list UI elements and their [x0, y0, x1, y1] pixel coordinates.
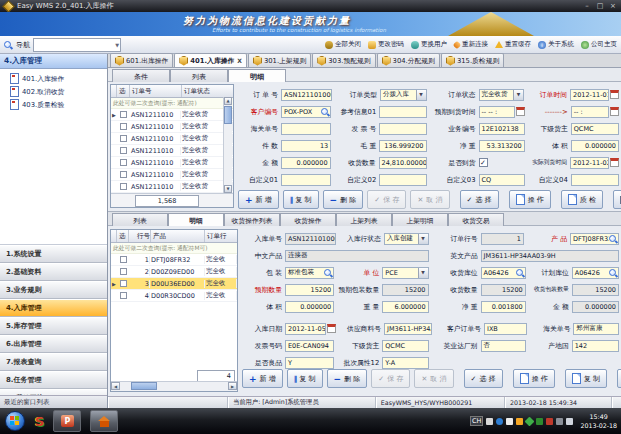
- nav-combobox[interactable]: ▼: [33, 38, 121, 52]
- row-checkbox[interactable]: [120, 268, 127, 275]
- package-field[interactable]: 标准包装: [286, 268, 324, 277]
- tray-icon[interactable]: [536, 418, 543, 425]
- reset-cache-button[interactable]: 重置缓存: [495, 40, 531, 49]
- calendar-icon[interactable]: [610, 158, 619, 167]
- sidebar-section-system[interactable]: 1.系统设置: [0, 245, 107, 263]
- row-checkbox[interactable]: [120, 159, 127, 166]
- order-time-field[interactable]: 2012-11-01 08:44: [571, 91, 608, 99]
- arrived-checkbox[interactable]: ✓: [479, 158, 488, 167]
- detail-row[interactable]: 2D00Z09ED00完全收: [111, 266, 237, 278]
- scroll-left-icon[interactable]: ◀: [111, 382, 120, 390]
- add-button[interactable]: +新 增: [242, 369, 283, 388]
- row-checkbox[interactable]: [120, 135, 127, 142]
- chevron-down-icon[interactable]: ▼: [513, 90, 523, 100]
- sub-owner-field[interactable]: QCMC: [383, 342, 427, 350]
- copy-button[interactable]: ‖复 制: [283, 190, 319, 209]
- order-row[interactable]: ASN1211010完全收货: [111, 181, 233, 193]
- operate-button[interactable]: 操 作: [513, 369, 555, 388]
- select-button[interactable]: ✓选 择: [460, 190, 499, 209]
- calendar-icon[interactable]: [327, 324, 336, 333]
- close-button[interactable]: ×: [608, 2, 618, 10]
- order-row[interactable]: ASN1211010完全收货: [111, 157, 233, 169]
- order-no-field[interactable]: ASN1211010001: [282, 91, 331, 99]
- bizno-field[interactable]: 12E102138: [480, 125, 524, 133]
- detail-tab-putaway-list[interactable]: 上架列表: [336, 213, 392, 227]
- tray-icon[interactable]: [496, 418, 503, 425]
- sidebar-section-report[interactable]: 7.报表查询: [0, 353, 107, 371]
- tray-icon[interactable]: [525, 416, 535, 426]
- scroll-up-icon[interactable]: ▲: [224, 97, 232, 105]
- sidebar-footer[interactable]: 最近的窗口列表: [0, 395, 107, 408]
- expect-time-field[interactable]: -- -- :: [480, 108, 514, 116]
- origin-field[interactable]: 142: [573, 342, 618, 350]
- chevron-down-icon[interactable]: ▼: [418, 268, 428, 278]
- udf03-field[interactable]: CQ: [480, 176, 524, 184]
- order-row[interactable]: ASN1211010完全收货: [111, 145, 233, 157]
- detail-tab-putaway-detail[interactable]: 上架明细: [392, 213, 448, 227]
- sidebar-section-basic[interactable]: 2.基础资料: [0, 263, 107, 281]
- order-row[interactable]: ASN1211010完全收货: [111, 169, 233, 181]
- recv-qty-field[interactable]: 24,810.000000: [380, 159, 426, 167]
- calendar-icon[interactable]: [516, 107, 525, 116]
- actual-time-field[interactable]: 2012-11-02 21:07: [571, 159, 608, 167]
- scroll-down-icon[interactable]: ▼: [224, 185, 232, 193]
- order-row[interactable]: ▶ASN1211010完全收货: [111, 109, 233, 121]
- scrollbar-thumb[interactable]: [224, 106, 232, 124]
- row-checkbox[interactable]: [120, 183, 127, 190]
- language-indicator[interactable]: CH: [470, 416, 483, 426]
- detail-row-selected[interactable]: ▶3D00U36ED00完全收: [111, 278, 237, 290]
- vertical-scrollbar[interactable]: ▲ ▼: [223, 97, 232, 193]
- tray-icon[interactable]: [556, 418, 563, 425]
- calendar-icon[interactable]: [610, 107, 619, 116]
- cancel-button[interactable]: ✕取 消: [410, 190, 449, 209]
- weight-field[interactable]: 6.000000: [383, 303, 427, 311]
- delete-button[interactable]: −删 除: [323, 190, 364, 209]
- taskbar-item-wms[interactable]: [90, 410, 118, 432]
- pieces-field[interactable]: 13: [282, 142, 330, 150]
- taskbar-clock[interactable]: 15:49 2013-02-18: [580, 412, 617, 431]
- lookup-icon[interactable]: [609, 234, 618, 244]
- lookup-icon[interactable]: [609, 268, 618, 278]
- qc-button[interactable]: 质 检: [561, 190, 603, 209]
- sub-owner-field[interactable]: QCMC: [572, 125, 618, 133]
- order-status-select[interactable]: 完全收货: [480, 90, 513, 99]
- delete-button[interactable]: −删 除: [327, 369, 368, 388]
- start-button[interactable]: [5, 411, 25, 431]
- good-field[interactable]: Y: [286, 359, 333, 367]
- col-select[interactable]: 选: [117, 85, 130, 97]
- select-button[interactable]: ✓选 择: [464, 369, 503, 388]
- detail-tab-detail[interactable]: 明细: [168, 213, 224, 227]
- batch12-field[interactable]: Y-A: [383, 359, 427, 367]
- row-checkbox[interactable]: [120, 280, 127, 287]
- tray-icon[interactable]: [486, 418, 493, 425]
- switch-user-button[interactable]: 更换用户: [411, 40, 447, 49]
- product-field[interactable]: DFTJ08FR322: [571, 235, 609, 243]
- close-all-button[interactable]: 全部关闭: [325, 40, 361, 49]
- col-order-line[interactable]: 订单行: [205, 230, 237, 242]
- net-field[interactable]: 0.001800: [482, 303, 525, 311]
- order-row[interactable]: ASN1211010完全收货: [111, 133, 233, 145]
- chevron-down-icon[interactable]: ▼: [418, 234, 428, 244]
- tree-item-401[interactable]: 401.入库操作: [0, 72, 107, 85]
- lookup-icon[interactable]: [516, 268, 525, 278]
- sidebar-section-inventory[interactable]: 5.库存管理: [0, 317, 107, 335]
- col-select[interactable]: 选: [117, 230, 129, 242]
- customer-field[interactable]: POX-POX: [282, 108, 321, 116]
- reconnect-button[interactable]: 重新连接: [454, 40, 488, 49]
- tray-icon[interactable]: [566, 418, 573, 425]
- exp-qty-field[interactable]: 15200: [286, 286, 333, 294]
- sidebar-section-outbound[interactable]: 6.出库管理: [0, 335, 107, 353]
- save-button[interactable]: ✓保 存: [367, 190, 406, 209]
- col-order-status[interactable]: 订单状态: [182, 85, 233, 97]
- row-checkbox[interactable]: [120, 147, 127, 154]
- subtab-list[interactable]: 列表: [170, 69, 228, 83]
- tab-304-alloc-rule[interactable]: 304.分配规则: [377, 53, 440, 67]
- tray-icon[interactable]: [506, 418, 513, 425]
- row-checkbox[interactable]: [120, 123, 127, 130]
- detail-tab-recv-op[interactable]: 收货操作: [280, 213, 336, 227]
- detail-row[interactable]: 1DFTJ08FR32完全收: [111, 254, 237, 266]
- horizontal-scrollbar[interactable]: ◀ ▶: [111, 381, 237, 391]
- scroll-right-icon[interactable]: ▶: [228, 382, 237, 390]
- app-launcher-icon[interactable]: S: [35, 414, 44, 429]
- volume-field[interactable]: 0.000000: [286, 303, 333, 311]
